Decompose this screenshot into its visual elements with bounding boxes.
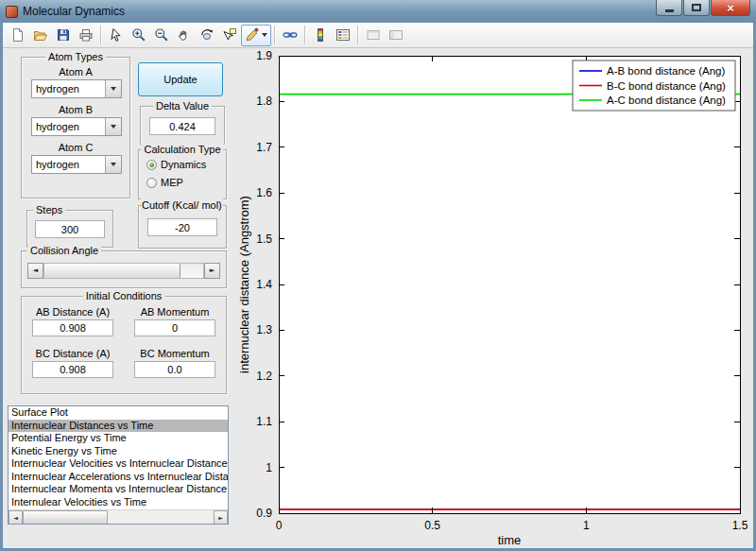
bc-momentum-input[interactable] [134,361,215,378]
plot-svg: 0.911.11.21.31.41.51.61.71.81.900.511.5t… [236,49,751,548]
y-axis-label: internuclear distance (Angstrom) [237,196,251,373]
titlebar[interactable]: Molecular Dynamics × [0,0,756,23]
delta-value-panel: Delta Value [140,106,225,145]
svg-text:1.3: 1.3 [256,323,272,336]
slider-track[interactable] [43,263,204,279]
x-axis-label: time [498,533,522,547]
legend-icon [335,27,351,43]
chevron-down-icon[interactable] [105,118,121,135]
brush-button[interactable] [241,25,271,46]
list-item[interactable]: Internuclear Momenta vs Internuclear Dis… [9,483,228,496]
atom-c-label: Atom C [22,142,129,153]
print-button[interactable] [75,25,97,46]
molecular-dynamics-window: { "window": { "title": "Molecular Dynami… [0,0,756,551]
zoom-in-button[interactable] [128,25,150,46]
list-item[interactable]: Surface Plot [9,406,228,420]
dynamics-radio[interactable]: Dynamics [146,159,206,170]
close-button[interactable]: × [711,0,750,16]
steps-input[interactable] [35,220,105,238]
atom-types-panel: Atom Types Atom A hydrogen Atom B hydrog… [21,57,130,198]
maximize-button[interactable] [683,0,710,16]
save-button[interactable] [52,25,75,46]
close-icon: × [727,1,734,15]
ab-momentum-label: AB Momentum [126,306,224,318]
ab-momentum-input[interactable] [134,319,215,336]
list-item[interactable]: Kinetic Energy vs Time [9,445,228,458]
minimize-button[interactable] [656,0,682,16]
atom-b-select[interactable]: hydrogen [31,117,122,136]
atom-a-select[interactable]: hydrogen [31,79,122,98]
atom-a-label: Atom A [22,66,129,77]
new-file-button[interactable] [7,25,29,46]
maximize-icon [692,4,701,11]
legend-entry: A-B bond distance (Ang) [607,65,725,77]
data-cursor-icon [222,27,237,43]
atom-a-value: hydrogen [36,83,79,95]
panel-title: Steps [33,203,65,216]
slider-left-arrow[interactable]: ◄ [27,263,43,279]
print-icon [78,27,94,43]
rotate-3d-icon [199,27,215,43]
rotate-3d-button[interactable] [196,25,218,46]
svg-text:1.2: 1.2 [256,370,272,383]
chevron-down-icon[interactable] [105,156,121,173]
list-item[interactable]: Potential Energy vs Time [9,432,228,445]
svg-text:1.6: 1.6 [256,186,272,199]
list-item[interactable]: Internulear Velocities vs Time [9,496,228,509]
colorbar-icon [313,27,328,43]
atom-c-value: hydrogen [36,159,79,170]
toolbar-separator [357,26,359,44]
initial-conditions-panel: Initial Conditions AB Distance (A) AB Mo… [21,296,227,394]
window-buttons: × [656,0,750,23]
calculation-type-panel: Calculation Type Dynamics MEP [138,149,227,199]
zoom-out-button[interactable] [150,25,173,46]
link-plot-icon [283,27,298,43]
radio-label: Dynamics [161,159,206,170]
pan-button[interactable] [173,25,196,46]
panel-title: Atom Types [45,50,106,63]
insert-colorbar-button[interactable] [309,25,332,46]
insert-legend-button[interactable] [332,25,354,46]
show-plot-tools-button[interactable] [385,25,407,46]
cutoff-input[interactable] [147,218,217,236]
bc-distance-input[interactable] [32,361,113,378]
data-cursor-button[interactable] [218,25,241,46]
slider-right-arrow[interactable]: ► [204,263,220,279]
svg-text:0.9: 0.9 [256,507,272,520]
atom-b-value: hydrogen [36,121,79,132]
show-plot-tools-icon [388,27,404,43]
steps-panel: Steps [26,210,113,248]
list-item[interactable]: Internuclear Accelerations vs Internucle… [9,471,228,484]
hide-plot-tools-button[interactable] [362,25,385,46]
list-item[interactable]: Internuclear Velocities vs Internuclear … [9,457,228,471]
update-button[interactable]: Update [138,62,223,96]
bc-distance-label: BC Distance (A) [24,348,122,359]
panel-title: Cutoff (Kcal/ mol) [141,198,223,212]
scroll-right-arrow[interactable]: ► [214,510,228,525]
svg-text:1.4: 1.4 [256,278,272,291]
svg-text:1.5: 1.5 [732,519,748,532]
list-item[interactable]: Internuclear Distances vs Time [9,420,228,433]
plot-type-listbox: Surface Plot Internuclear Distances vs T… [8,405,229,525]
hide-plot-tools-icon [366,27,381,43]
atom-c-select[interactable]: hydrogen [31,155,122,174]
scroll-left-arrow[interactable]: ◄ [9,510,23,525]
svg-text:1.7: 1.7 [256,141,272,154]
slider-thumb[interactable] [44,264,180,278]
scroll-thumb[interactable] [23,510,108,525]
cutoff-panel: Cutoff (Kcal/ mol) [138,205,227,249]
link-plot-button[interactable] [279,25,301,46]
edit-plot-button[interactable] [105,25,128,46]
ab-distance-input[interactable] [32,319,113,336]
delta-value-input[interactable] [149,117,215,135]
panel-title: Calculation Type [141,143,223,156]
mep-radio[interactable]: MEP [146,177,183,188]
radio-icon [146,178,157,188]
collision-angle-slider[interactable]: ◄ ► [27,263,220,279]
svg-text:1: 1 [583,519,590,532]
window-title: Molecular Dynamics [23,5,125,18]
open-file-button[interactable] [29,25,52,46]
listbox-hscrollbar[interactable]: ◄ ► [9,509,228,524]
chevron-down-icon[interactable] [105,80,121,97]
collision-angle-panel: Collision Angle ◄ ► [21,250,227,288]
